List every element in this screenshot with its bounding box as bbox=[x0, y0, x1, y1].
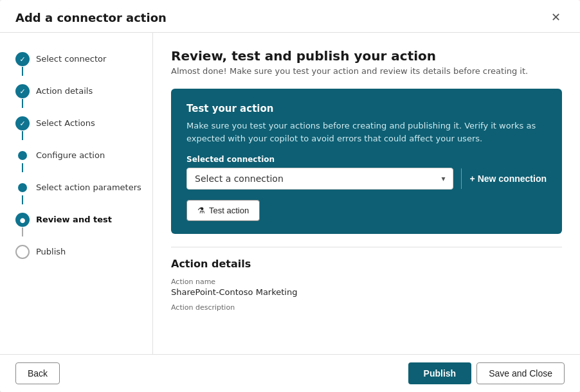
selected-connection-label: Selected connection bbox=[186, 155, 547, 164]
flask-icon: ⚗ bbox=[197, 206, 205, 215]
test-card: Test your action Make sure you test your… bbox=[171, 89, 562, 234]
test-card-title: Test your action bbox=[186, 103, 547, 114]
sidebar-item-label-review-and-test: Review and test bbox=[36, 213, 112, 226]
step-icon-configure-action bbox=[18, 151, 27, 160]
test-action-label: Test action bbox=[209, 206, 249, 215]
sidebar: ✓ Select connector ✓ Action details bbox=[0, 33, 153, 354]
sidebar-item-label-select-action-parameters: Select action parameters bbox=[36, 181, 141, 193]
step-icon-select-connector: ✓ bbox=[15, 52, 30, 66]
modal-header: Add a connector action ✕ bbox=[0, 0, 580, 33]
step-left: ✓ bbox=[15, 84, 30, 109]
modal-footer: Back Publish Save and Close bbox=[0, 354, 580, 392]
sidebar-item-publish[interactable]: Publish bbox=[15, 241, 152, 263]
close-icon: ✕ bbox=[551, 11, 561, 24]
sidebar-item-select-connector[interactable]: ✓ Select connector bbox=[15, 48, 152, 80]
step-left bbox=[15, 148, 30, 173]
step-connector bbox=[22, 163, 23, 172]
sidebar-item-label-configure-action: Configure action bbox=[36, 148, 105, 161]
sidebar-item-label-select-connector: Select connector bbox=[36, 52, 106, 65]
plus-icon: + bbox=[469, 174, 475, 184]
step-connector bbox=[22, 195, 23, 204]
new-connection-label: New connection bbox=[478, 174, 547, 184]
step-left: ✓ bbox=[15, 52, 30, 76]
step-connector bbox=[22, 99, 23, 108]
step-left bbox=[15, 181, 30, 205]
test-action-button[interactable]: ⚗ Test action bbox=[186, 200, 260, 221]
sidebar-item-select-action-parameters[interactable]: Select action parameters bbox=[15, 177, 152, 209]
step-connector bbox=[22, 131, 23, 140]
sidebar-item-action-details[interactable]: ✓ Action details bbox=[15, 80, 152, 112]
action-name-label: Action name bbox=[171, 278, 562, 286]
section-subtitle: Almost done! Make sure you test your act… bbox=[171, 66, 562, 76]
sidebar-item-label-publish: Publish bbox=[36, 245, 66, 258]
step-connector bbox=[22, 67, 23, 76]
step-icon-select-actions: ✓ bbox=[15, 116, 30, 130]
chevron-down-icon: ▾ bbox=[441, 174, 445, 183]
modal-container: Add a connector action ✕ ✓ Select connec… bbox=[0, 0, 580, 392]
step-left: ✓ bbox=[15, 116, 30, 141]
close-button[interactable]: ✕ bbox=[547, 10, 565, 24]
sidebar-item-label-action-details: Action details bbox=[36, 84, 93, 97]
action-details-section: Action details Action name SharePoint-Co… bbox=[171, 247, 562, 313]
new-connection-button[interactable]: + New connection bbox=[469, 171, 547, 186]
checkmark-icon: ✓ bbox=[19, 55, 25, 64]
step-icon-publish bbox=[15, 245, 30, 259]
sidebar-item-label-select-actions: Select Actions bbox=[36, 116, 95, 129]
sidebar-item-configure-action[interactable]: Configure action bbox=[15, 145, 152, 177]
footer-right: Publish Save and Close bbox=[408, 362, 565, 384]
sidebar-item-select-actions[interactable]: ✓ Select Actions bbox=[15, 112, 152, 145]
connection-select-text: Select a connection bbox=[195, 174, 284, 184]
modal-body: ✓ Select connector ✓ Action details bbox=[0, 33, 580, 354]
section-title: Review, test and publish your action bbox=[171, 48, 562, 64]
action-name-value: SharePoint-Contoso Marketing bbox=[171, 287, 562, 297]
section-header: Review, test and publish your action Alm… bbox=[171, 48, 562, 76]
step-icon-review-and-test: ● bbox=[15, 213, 30, 227]
dot-icon: ● bbox=[20, 217, 26, 224]
step-left bbox=[15, 245, 30, 259]
test-card-description: Make sure you test your actions before c… bbox=[186, 120, 547, 145]
main-content: Review, test and publish your action Alm… bbox=[153, 33, 580, 354]
connection-row: Select a connection ▾ + New connection bbox=[186, 168, 547, 190]
action-description-label: Action description bbox=[171, 303, 562, 312]
sidebar-item-review-and-test[interactable]: ● Review and test bbox=[15, 209, 152, 241]
action-details-title: Action details bbox=[171, 258, 562, 270]
step-icon-select-action-parameters bbox=[18, 183, 27, 192]
step-left: ● bbox=[15, 213, 30, 237]
checkmark-icon: ✓ bbox=[19, 120, 25, 128]
save-close-button[interactable]: Save and Close bbox=[476, 362, 565, 384]
step-connector bbox=[22, 227, 23, 236]
publish-button[interactable]: Publish bbox=[408, 362, 472, 384]
back-button[interactable]: Back bbox=[15, 362, 60, 384]
step-icon-action-details: ✓ bbox=[15, 84, 30, 98]
modal-title: Add a connector action bbox=[15, 11, 167, 24]
connection-select-dropdown[interactable]: Select a connection ▾ bbox=[186, 168, 453, 190]
checkmark-icon: ✓ bbox=[19, 87, 25, 96]
new-connection-divider bbox=[461, 168, 462, 189]
